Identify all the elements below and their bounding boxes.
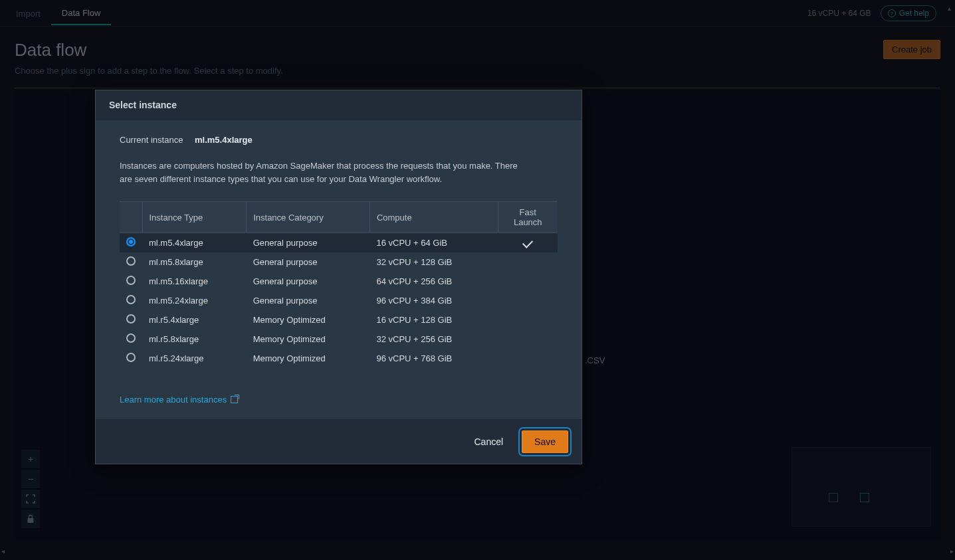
cell-compute: 96 vCPU + 768 GiB xyxy=(370,349,498,368)
cell-compute: 16 vCPU + 128 GiB xyxy=(370,310,498,329)
get-help-label: Get help xyxy=(899,9,929,18)
cell-fast-launch xyxy=(498,233,558,253)
minimap[interactable] xyxy=(792,447,931,527)
zoom-out-button[interactable]: − xyxy=(21,470,40,488)
table-row[interactable]: ml.r5.24xlargeMemory Optimized96 vCPU + … xyxy=(120,349,558,368)
select-instance-modal: Select instance Current instance ml.m5.4… xyxy=(95,90,582,464)
table-row[interactable]: ml.r5.8xlargeMemory Optimized32 vCPU + 2… xyxy=(120,329,558,349)
cell-instance-type: ml.r5.8xlarge xyxy=(142,329,247,349)
zoom-in-button[interactable]: + xyxy=(21,450,40,468)
cell-instance-category: Memory Optimized xyxy=(247,310,370,329)
external-link-icon xyxy=(231,396,238,403)
scrollbar-right-icon[interactable]: ▸ xyxy=(950,547,954,555)
cell-instance-type: ml.m5.8xlarge xyxy=(142,252,247,272)
col-compute: Compute xyxy=(370,202,498,233)
get-help-button[interactable]: ? Get help xyxy=(881,5,936,21)
instance-table: Instance Type Instance Category Compute … xyxy=(120,201,558,368)
cell-compute: 64 vCPU + 256 GiB xyxy=(370,272,498,291)
instance-radio[interactable] xyxy=(126,314,136,324)
save-button[interactable]: Save xyxy=(522,430,568,453)
cell-instance-type: ml.m5.16xlarge xyxy=(142,272,247,291)
check-icon xyxy=(522,237,533,248)
table-row[interactable]: ml.m5.4xlargeGeneral purpose16 vCPU + 64… xyxy=(120,233,558,253)
cell-fast-launch xyxy=(498,291,558,310)
col-instance-category: Instance Category xyxy=(247,202,370,233)
fit-screen-button[interactable] xyxy=(21,490,40,508)
tab-dataflow[interactable]: Data Flow xyxy=(51,1,112,25)
node-csv-label: .CSV xyxy=(585,355,605,365)
lock-button[interactable] xyxy=(21,510,40,528)
create-job-button[interactable]: Create job xyxy=(883,40,940,59)
instance-radio[interactable] xyxy=(126,237,136,246)
col-fast-launch: Fast Launch xyxy=(498,202,558,233)
page-header: Data flow Choose the plus sign to add a … xyxy=(0,27,955,82)
cell-compute: 32 vCPU + 256 GiB xyxy=(370,329,498,349)
cell-fast-launch xyxy=(498,252,558,272)
modal-title: Select instance xyxy=(96,90,582,120)
cell-fast-launch xyxy=(498,329,558,349)
modal-description: Instances are computers hosted by Amazon… xyxy=(120,159,518,185)
table-row[interactable]: ml.r5.4xlargeMemory Optimized16 vCPU + 1… xyxy=(120,310,558,329)
learn-more-label: Learn more about instances xyxy=(120,395,227,405)
cell-instance-type: ml.m5.24xlarge xyxy=(142,291,247,310)
table-row[interactable]: ml.m5.24xlargeGeneral purpose96 vCPU + 3… xyxy=(120,291,558,310)
instance-radio[interactable] xyxy=(126,256,136,266)
cell-instance-category: General purpose xyxy=(247,272,370,291)
lock-icon xyxy=(27,514,35,523)
learn-more-link[interactable]: Learn more about instances xyxy=(120,395,238,405)
page-title: Data flow xyxy=(15,40,283,60)
cell-compute: 32 vCPU + 128 GiB xyxy=(370,252,498,272)
table-row[interactable]: ml.m5.8xlargeGeneral purpose32 vCPU + 12… xyxy=(120,252,558,272)
cell-compute: 16 vCPU + 64 GiB xyxy=(370,233,498,253)
cell-instance-type: ml.m5.4xlarge xyxy=(142,233,247,253)
help-icon: ? xyxy=(888,9,896,17)
cell-compute: 96 vCPU + 384 GiB xyxy=(370,291,498,310)
cell-instance-type: ml.r5.4xlarge xyxy=(142,310,247,329)
tab-import[interactable]: Import xyxy=(5,2,51,25)
current-instance-value: ml.m5.4xlarge xyxy=(195,135,253,145)
scrollbar-up-icon[interactable]: ▴ xyxy=(944,1,954,15)
page-subtitle: Choose the plus sign to add a step to th… xyxy=(15,66,283,76)
cell-fast-launch xyxy=(498,310,558,329)
instance-radio[interactable] xyxy=(126,353,136,362)
zoom-toolbar: + − xyxy=(21,450,40,528)
cancel-button[interactable]: Cancel xyxy=(465,431,512,452)
cell-fast-launch xyxy=(498,272,558,291)
col-instance-type: Instance Type xyxy=(142,202,247,233)
svg-rect-0 xyxy=(28,518,34,523)
minimap-node xyxy=(860,493,869,502)
minimap-node xyxy=(829,493,838,502)
cell-instance-category: General purpose xyxy=(247,291,370,310)
fullscreen-icon xyxy=(26,494,35,504)
instance-radio[interactable] xyxy=(126,333,136,343)
cell-fast-launch xyxy=(498,349,558,368)
topbar-right: 16 vCPU + 64 GB ? Get help xyxy=(807,5,936,21)
cell-instance-type: ml.r5.24xlarge xyxy=(142,349,247,368)
cell-instance-category: Memory Optimized xyxy=(247,349,370,368)
instance-radio[interactable] xyxy=(126,295,136,304)
table-row[interactable]: ml.m5.16xlargeGeneral purpose64 vCPU + 2… xyxy=(120,272,558,291)
cell-instance-category: Memory Optimized xyxy=(247,329,370,349)
cell-instance-category: General purpose xyxy=(247,233,370,253)
cell-instance-category: General purpose xyxy=(247,252,370,272)
instance-summary: 16 vCPU + 64 GB xyxy=(807,9,871,18)
instance-radio[interactable] xyxy=(126,276,136,285)
scrollbar-left-icon[interactable]: ◂ xyxy=(1,547,5,555)
current-instance-label: Current instance xyxy=(120,135,183,145)
